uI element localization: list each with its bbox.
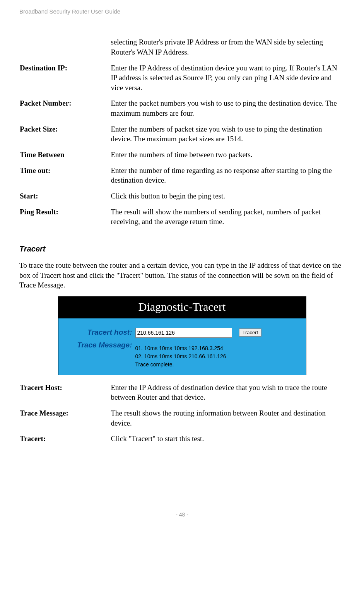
def-row: Start: Click this button to begin the pi… — [19, 191, 345, 207]
def-value: Click this button to begin the ping test… — [110, 191, 345, 207]
tracert-button[interactable]: Tracert — [239, 328, 262, 337]
def-label: Trace Message: — [19, 408, 110, 433]
def-value: Enter the number of time regarding as no… — [110, 165, 345, 191]
def-row: Ping Result: The result will show the nu… — [19, 207, 345, 232]
def-row: Packet Size: Enter the numbers of packet… — [19, 124, 345, 149]
page-footer: - 48 - — [19, 511, 345, 518]
def-row: Destination IP: Enter the IP Address of … — [19, 63, 345, 98]
def-label: Tracert: — [19, 433, 110, 449]
def-label: Time out: — [19, 165, 110, 191]
def-value: Enter the IP Address of destination devi… — [110, 382, 345, 408]
trace-message-output: 01. 10ms 10ms 10ms 192.168.3.254 02. 10m… — [135, 340, 226, 369]
trace-line: 02. 10ms 10ms 10ms 210.66.161.126 — [135, 352, 226, 361]
page-header: Broadband Security Router User Guide — [19, 8, 345, 15]
tracert-intro: To trace the route between the router an… — [19, 260, 345, 290]
def-row: Time Between Enter the numbers of time b… — [19, 149, 345, 165]
ping-definitions: selecting Router's private IP Address or… — [19, 37, 345, 232]
def-row: Tracert: Click "Tracert" to start this t… — [19, 433, 345, 449]
def-value: Enter the packet numbers you wish to use… — [110, 98, 345, 123]
tracert-host-input[interactable] — [135, 328, 232, 338]
def-label: Ping Result: — [19, 207, 110, 232]
def-label: Tracert Host: — [19, 382, 110, 408]
trace-message-label: Trace Message: — [65, 340, 135, 351]
def-row: Time out: Enter the number of time regar… — [19, 165, 345, 191]
def-label: Destination IP: — [19, 63, 110, 98]
def-label: Packet Size: — [19, 124, 110, 149]
def-row: Tracert Host: Enter the IP Address of de… — [19, 382, 345, 408]
def-value: The result shows the routing information… — [110, 408, 345, 433]
trace-line: 01. 10ms 10ms 10ms 192.168.3.254 — [135, 344, 226, 352]
tracert-widget-title: Diagnostic-Tracert — [58, 297, 306, 319]
tracert-widget: Diagnostic-Tracert Tracert host: Tracert… — [58, 296, 306, 375]
def-row: Trace Message: The result shows the rout… — [19, 408, 345, 433]
def-value: Enter the numbers of packet size you wis… — [110, 124, 345, 149]
def-value: Click "Tracert" to start this test. — [110, 433, 345, 449]
def-label: Packet Number: — [19, 98, 110, 123]
def-value: Enter the IP Address of destination devi… — [110, 63, 345, 98]
tracert-heading: Tracert — [19, 244, 345, 254]
intro-continuation: selecting Router's private IP Address or… — [110, 37, 345, 62]
def-value: Enter the numbers of time between two pa… — [110, 149, 345, 165]
def-value: The result will show the numbers of send… — [110, 207, 345, 232]
tracert-definitions: Tracert Host: Enter the IP Address of de… — [19, 382, 345, 449]
trace-line: Trace complete. — [135, 361, 226, 369]
def-row: Packet Number: Enter the packet numbers … — [19, 98, 345, 123]
tracert-host-label: Tracert host: — [65, 327, 135, 338]
def-label: Time Between — [19, 149, 110, 165]
def-label: Start: — [19, 191, 110, 207]
